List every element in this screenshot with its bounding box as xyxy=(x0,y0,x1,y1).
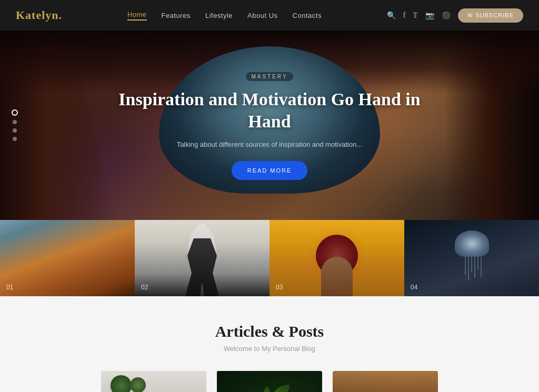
nav-home[interactable]: Home xyxy=(127,11,147,21)
nav-features[interactable]: Features xyxy=(162,12,191,19)
search-icon[interactable]: 🔍 xyxy=(387,11,396,20)
articles-subtitle: Welcome to My Personal Blog xyxy=(53,345,486,353)
gallery-row: 01 02 03 xyxy=(0,220,539,296)
jellyfish-decoration xyxy=(453,230,490,273)
post-card-recent[interactable]: RECENT POSTS xyxy=(333,371,438,392)
articles-section: Articles & Posts Welcome to My Personal … xyxy=(0,296,539,392)
nav-contacts[interactable]: Contacts xyxy=(293,12,322,19)
gallery-item-1[interactable]: 01 xyxy=(0,220,135,296)
main-nav: Home Features Lifestyle About Us Contact… xyxy=(127,11,322,21)
header: Katelyn. Home Features Lifestyle About U… xyxy=(0,0,539,31)
hero-title: Inspiration and Motivation Go Hand in Ha… xyxy=(106,88,433,133)
gallery-num-2: 02 xyxy=(141,284,148,291)
hero-tag: MASTERY xyxy=(246,72,293,81)
subscribe-icon: ✉ xyxy=(467,12,473,19)
post-card-popular[interactable]: POPULAR POSTS xyxy=(101,371,206,392)
hero-content: MASTERY Inspiration and Motivation Go Ha… xyxy=(106,71,433,180)
post-card-about[interactable]: 🌿 ABOUT ME xyxy=(217,371,322,392)
slide-dot-1[interactable] xyxy=(12,109,18,116)
slide-dot-4[interactable] xyxy=(13,137,17,141)
slide-dot-3[interactable] xyxy=(13,128,17,133)
slide-indicators xyxy=(12,109,18,141)
gallery-item-3[interactable]: 03 xyxy=(270,220,404,296)
hero-subtitle: Talking about different sources of inspi… xyxy=(106,140,433,148)
nav-lifestyle[interactable]: Lifestyle xyxy=(205,12,233,19)
logo-text: Katelyn xyxy=(16,8,59,22)
twitter-icon[interactable]: 𝕋 xyxy=(413,11,418,20)
subscribe-button[interactable]: ✉ SUBSCRIBE xyxy=(458,8,523,23)
gallery-item-2[interactable]: 02 xyxy=(135,220,270,296)
gallery-item-4[interactable]: 04 xyxy=(404,220,539,296)
read-more-button[interactable]: READ MORE xyxy=(232,161,308,180)
gallery-num-1: 01 xyxy=(6,284,13,291)
nav-about[interactable]: About Us xyxy=(247,12,277,19)
gallery-num-4: 04 xyxy=(411,284,417,291)
logo-dot: . xyxy=(59,8,63,22)
hero-section: MASTERY Inspiration and Motivation Go Ha… xyxy=(0,31,539,220)
articles-title: Articles & Posts xyxy=(53,323,486,340)
header-actions: 🔍 f 𝕋 📷 ⚫ ✉ SUBSCRIBE xyxy=(387,8,523,23)
slide-dot-2[interactable] xyxy=(13,120,17,124)
subscribe-label: SUBSCRIBE xyxy=(475,12,514,18)
dribbble-icon[interactable]: ⚫ xyxy=(442,11,451,20)
instagram-icon[interactable]: 📷 xyxy=(425,11,434,20)
posts-grid: POPULAR POSTS 🌿 ABOUT ME RECENT POSTS xyxy=(53,371,486,392)
gallery-num-3: 03 xyxy=(276,284,283,291)
logo[interactable]: Katelyn. xyxy=(16,8,62,22)
facebook-icon[interactable]: f xyxy=(403,11,406,19)
